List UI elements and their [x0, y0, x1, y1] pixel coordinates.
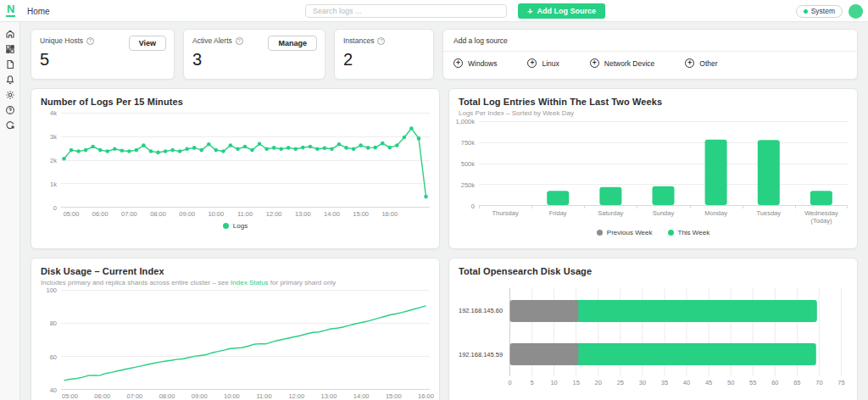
category-label: Saturday [584, 207, 637, 225]
plus-circle-icon: + [590, 58, 599, 68]
opensearch-disk-usage-card: Total Opensearch Disk Usage 192.168.145.… [448, 258, 858, 400]
subtitle-text: Includes primary and replica shards acro… [41, 279, 231, 286]
category-label: Friday [531, 207, 584, 225]
opensearch-hbar-chart [508, 288, 848, 376]
breadcrumb-home[interactable]: Home [27, 7, 50, 16]
system-status-dot-icon [804, 9, 808, 14]
dashboard: Unique Hosts ? 5 View Active Alerts ? 3 … [20, 22, 868, 400]
settings-icon[interactable] [4, 89, 15, 100]
category-label: Sunday [637, 207, 689, 225]
plus-circle-icon: + [453, 58, 463, 68]
add-source-windows[interactable]: + Windows [453, 58, 497, 68]
add-log-source-label: Add Log Source [537, 7, 596, 15]
weekly-bar-chart [479, 121, 848, 206]
logout-icon[interactable] [4, 119, 15, 131]
instances-label: Instances [343, 36, 374, 45]
reports-icon[interactable] [4, 58, 15, 69]
system-status-pill[interactable]: System [796, 5, 843, 18]
view-hosts-button[interactable]: View [129, 36, 166, 51]
option-label: Network Device [604, 59, 655, 68]
unique-hosts-value: 5 [40, 51, 165, 68]
add-log-source-card: Add a log source + Windows + Linux + Net… [442, 29, 858, 80]
active-alerts-card: Active Alerts ? 3 Manage [183, 29, 326, 80]
plus-circle-icon: + [527, 58, 537, 68]
option-label: Linux [542, 59, 559, 68]
category-label: Tuesday [743, 207, 795, 225]
brand-logo[interactable]: N [6, 3, 15, 17]
disk-usage-line-chart [61, 290, 430, 390]
y-axis-labels: 100806040 [41, 290, 61, 390]
option-label: Other [699, 59, 717, 68]
add-source-other[interactable]: + Other [685, 58, 717, 68]
sidebar [0, 22, 20, 400]
chart-title: Total Log Entries Within The Last Two We… [459, 97, 848, 107]
stats-row: Unique Hosts ? 5 View Active Alerts ? 3 … [31, 29, 858, 80]
y-axis-labels: 4k3k2k1k0 [41, 113, 61, 208]
legend-label: Previous Week [607, 229, 653, 236]
legend-dot-icon [668, 230, 674, 236]
chart-legend: Logs [41, 219, 430, 231]
help-tooltip-icon[interactable]: ? [86, 37, 94, 45]
charts-row-1: Number of Logs Per 15 Minutes 4k3k2k1k0 … [31, 88, 858, 249]
add-source-linux[interactable]: + Linux [527, 58, 559, 68]
dashboard-icon[interactable] [4, 43, 15, 54]
node-labels: 192.168.145.60 192.168.145.59 [459, 288, 508, 376]
node-ip-label: 192.168.145.59 [459, 351, 508, 358]
category-label: Monday [690, 207, 743, 225]
add-log-source-title: Add a log source [443, 30, 857, 52]
legend-dot-icon [597, 230, 603, 236]
node-ip-label: 192.168.145.60 [459, 307, 508, 314]
system-status-label: System [811, 7, 835, 15]
weekly-log-entries-card: Total Log Entries Within The Last Two We… [448, 88, 858, 249]
unique-hosts-card: Unique Hosts ? 5 View [31, 29, 175, 80]
chart-title: Total Opensearch Disk Usage [459, 266, 848, 276]
subtitle-text: for primary shard only [269, 279, 337, 286]
category-label: Wednesday (Today) [795, 207, 848, 225]
active-alerts-label: Active Alerts [192, 36, 232, 45]
legend-label: This Week [678, 229, 710, 236]
help-tooltip-icon[interactable]: ? [377, 37, 385, 45]
x-axis-labels: 05:0006:0007:0008:0009:0010:0011:0012:00… [61, 390, 430, 400]
x-axis-categories: Thursday Friday Saturday Sunday Monday T… [479, 207, 848, 225]
chart-subtitle: Includes primary and replica shards acro… [41, 279, 430, 286]
add-log-source-button[interactable]: + Add Log Source [518, 3, 605, 19]
x-axis-labels: 05:0006:0007:0008:0009:0010:0011:0012:00… [61, 208, 430, 218]
logs-per-15min-card: Number of Logs Per 15 Minutes 4k3k2k1k0 … [31, 88, 440, 249]
help-tooltip-icon[interactable]: ? [236, 37, 243, 45]
logs-line-chart [61, 113, 430, 208]
active-alerts-value: 3 [192, 51, 316, 68]
y-axis-labels: 1,000k750k500k250k0 [459, 121, 479, 206]
add-source-network-device[interactable]: + Network Device [590, 58, 655, 68]
chart-legend: Previous Week This Week [459, 227, 848, 239]
charts-row-2: Disk Usage – Current Index Includes prim… [31, 258, 858, 400]
option-label: Windows [468, 59, 497, 68]
instances-card: Instances ? 2 [334, 29, 434, 80]
index-status-link[interactable]: Index Status [231, 279, 268, 286]
chart-title: Disk Usage – Current Index [41, 266, 430, 276]
disk-usage-index-card: Disk Usage – Current Index Includes prim… [31, 258, 440, 400]
alerts-icon[interactable] [4, 74, 15, 85]
help-icon[interactable] [4, 104, 15, 115]
home-icon[interactable] [4, 28, 15, 39]
manage-alerts-button[interactable]: Manage [268, 36, 317, 51]
unique-hosts-label: Unique Hosts [40, 36, 83, 45]
instances-value: 2 [343, 51, 425, 68]
chart-subtitle: Logs Per Index – Sorted by Week Day [459, 109, 848, 117]
avatar[interactable] [849, 4, 863, 19]
top-bar: N Home + Add Log Source System [0, 0, 868, 22]
plus-circle-icon: + [685, 58, 694, 68]
legend-label: Logs [233, 222, 248, 230]
chart-title: Number of Logs Per 15 Minutes [41, 97, 430, 107]
x-axis-labels: 051015202530354045505560657075 [508, 376, 848, 386]
category-label: Thursday [479, 207, 531, 225]
plus-icon: + [527, 7, 532, 16]
legend-dot-icon [223, 223, 229, 229]
search-input[interactable] [305, 4, 507, 18]
